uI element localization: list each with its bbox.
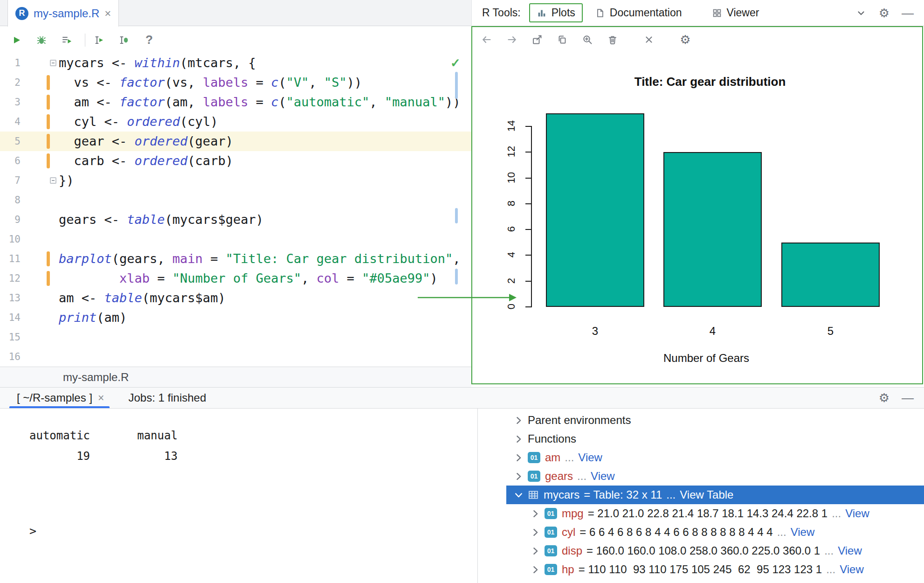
code-line-12[interactable]: 12 xlab = "Number of Gears", col = "#05a… — [0, 269, 471, 288]
console-output-area[interactable]: automatic manual 19 13 > — [25, 409, 477, 583]
code-line-6[interactable]: 6 carb <- ordered(carb) — [0, 151, 471, 171]
var-ellipsis: ... — [824, 544, 834, 557]
view-link[interactable]: View — [591, 470, 615, 483]
tab-jobs[interactable]: Jobs: 1 finished — [128, 391, 206, 404]
error-stripe-mark[interactable] — [455, 269, 458, 285]
code-line-14[interactable]: 14print(am) — [0, 308, 471, 327]
debug-icon[interactable] — [34, 33, 48, 47]
tab-console[interactable]: [ ~/R-samples ] × — [9, 388, 110, 408]
code-line-2[interactable]: 2 vs <- factor(vs, labels = c("V", "S")) — [0, 73, 471, 92]
code-text: carb <- ordered(carb) — [59, 151, 464, 171]
fold-icon[interactable] — [50, 177, 56, 184]
tab-documentation-label: Documentation — [610, 7, 682, 19]
view-link[interactable]: View — [838, 544, 862, 557]
chevron-right-icon[interactable] — [516, 452, 528, 463]
code-line-13[interactable]: 13am <- table(mycars$am) — [0, 288, 471, 308]
var-value: = 110 110 93 110 175 105 245 62 95 123 1… — [579, 563, 822, 576]
fold-icon[interactable] — [50, 60, 56, 66]
run-icon[interactable] — [9, 33, 23, 47]
code-line-11[interactable]: 11barplot(gears, main = "Title: Car gear… — [0, 249, 471, 269]
line-number: 13 — [0, 288, 21, 308]
code-line-10[interactable]: 10 — [0, 229, 471, 249]
line-number: 15 — [0, 327, 21, 347]
view-link[interactable]: View — [845, 507, 869, 520]
debug-from-cursor-icon[interactable] — [117, 33, 131, 47]
run-selection-icon[interactable] — [60, 33, 74, 47]
bar-3 — [546, 113, 644, 307]
var-name: mycars — [544, 488, 579, 501]
var-value: = 6 6 4 6 8 6 8 4 4 6 6 8 8 8 8 8 8 4 4 … — [579, 526, 772, 539]
tree-var-hp[interactable]: 01hp= 110 110 93 110 175 105 245 62 95 1… — [506, 560, 924, 579]
console-output: automatic manual 19 13 — [25, 409, 477, 466]
tree-var-disp[interactable]: 01disp= 160.0 160.0 108.0 258.0 360.0 22… — [506, 541, 924, 560]
chevron-right-icon[interactable] — [532, 564, 545, 575]
breadcrumb-file[interactable]: my-sample.R — [63, 371, 129, 383]
y-tick-label: 6 — [505, 215, 517, 243]
tree-group-functions[interactable]: Functions — [506, 430, 924, 448]
chevron-down-icon[interactable] — [855, 7, 867, 19]
code-line-5[interactable]: 5 gear <- ordered(gear) — [0, 132, 471, 151]
numeric-var-icon: 01 — [545, 508, 557, 519]
tree-group-parent-environments[interactable]: Parent environments — [506, 411, 924, 430]
inspections-ok-icon[interactable]: ✓ — [450, 56, 461, 70]
tab-plots[interactable]: Plots — [529, 3, 583, 22]
bar-4 — [663, 152, 762, 307]
tree-var-cyl[interactable]: 01cyl= 6 6 4 6 8 6 8 4 4 6 6 8 8 8 8 8 8… — [506, 523, 924, 541]
code-line-15[interactable]: 15 — [0, 327, 471, 347]
view-link[interactable]: View — [578, 451, 602, 464]
code-editor[interactable]: 1mycars <- within(mtcars, {2 vs <- facto… — [0, 53, 471, 367]
variables-tree[interactable]: Parent environmentsFunctions01am...View0… — [506, 409, 924, 583]
help-icon[interactable]: ? — [142, 33, 156, 47]
x-axis-title: Number of Gears — [531, 352, 881, 365]
view-link[interactable]: View — [840, 563, 864, 576]
code-line-3[interactable]: 3 am <- factor(am, labels = c("automatic… — [0, 92, 471, 112]
breadcrumb[interactable]: my-sample.R — [0, 367, 471, 387]
code-line-16[interactable]: 16 — [0, 347, 471, 367]
tab-my-sample-r[interactable]: R my-sample.R × — [7, 0, 119, 27]
line-number: 4 — [0, 112, 21, 132]
gear-icon[interactable]: ⚙ — [879, 392, 890, 404]
close-console-icon[interactable]: × — [98, 392, 104, 404]
view-link[interactable]: View Table — [680, 488, 733, 501]
tree-var-gears[interactable]: 01gears...View — [506, 467, 924, 486]
close-tab-icon[interactable]: × — [104, 7, 111, 20]
minimize-icon[interactable]: — — [902, 7, 914, 19]
code-line-8[interactable]: 8 — [0, 190, 471, 210]
run-from-cursor-icon[interactable] — [92, 33, 106, 47]
tab-viewer[interactable]: Viewer — [712, 7, 759, 19]
code-line-9[interactable]: 9gears <- table(mycars$gear) — [0, 210, 471, 229]
x-tick-label: 3 — [546, 325, 644, 338]
chevron-right-icon[interactable] — [532, 546, 545, 556]
code-text: gears <- table(mycars$gear) — [59, 210, 464, 229]
code-text: }) — [59, 171, 464, 190]
y-tick — [525, 306, 531, 307]
y-tick — [525, 152, 531, 153]
numeric-var-icon: 01 — [545, 527, 557, 538]
tab-documentation[interactable]: Documentation — [595, 7, 682, 19]
code-line-4[interactable]: 4 cyl <- ordered(cyl) — [0, 112, 471, 132]
tree-var-mpg[interactable]: 01mpg= 21.0 21.0 22.8 21.4 18.7 18.1 14.… — [506, 504, 924, 523]
chevron-right-icon[interactable] — [532, 527, 545, 537]
error-stripe-mark[interactable] — [455, 208, 458, 223]
chevron-expanded-icon[interactable] — [516, 490, 528, 500]
chevron-right-icon[interactable] — [516, 434, 528, 444]
view-link[interactable]: View — [791, 526, 815, 539]
console-toolbar: » — [0, 409, 25, 583]
code-text: am <- factor(am, labels = c("automatic",… — [59, 92, 464, 112]
gear-icon[interactable]: ⚙ — [879, 7, 890, 19]
tree-var-mycars[interactable]: mycars= Table: 32 x 11...View Table — [506, 486, 924, 504]
code-line-1[interactable]: 1mycars <- within(mtcars, { — [0, 53, 471, 73]
tab-plots-label: Plots — [552, 7, 575, 19]
line-number: 3 — [0, 92, 21, 112]
grid-icon — [712, 8, 722, 18]
chevron-right-icon[interactable] — [532, 508, 545, 519]
chevron-right-icon[interactable] — [516, 471, 528, 481]
minimize-icon[interactable]: — — [902, 392, 914, 404]
rtools-label: R Tools: — [482, 7, 521, 19]
chevron-right-icon[interactable] — [516, 415, 528, 425]
error-stripe-mark[interactable] — [455, 72, 458, 99]
active-tab-underline — [9, 406, 110, 408]
tree-var-am[interactable]: 01am...View — [506, 448, 924, 467]
code-line-7[interactable]: 7}) — [0, 171, 471, 190]
var-ellipsis: ... — [832, 507, 841, 520]
